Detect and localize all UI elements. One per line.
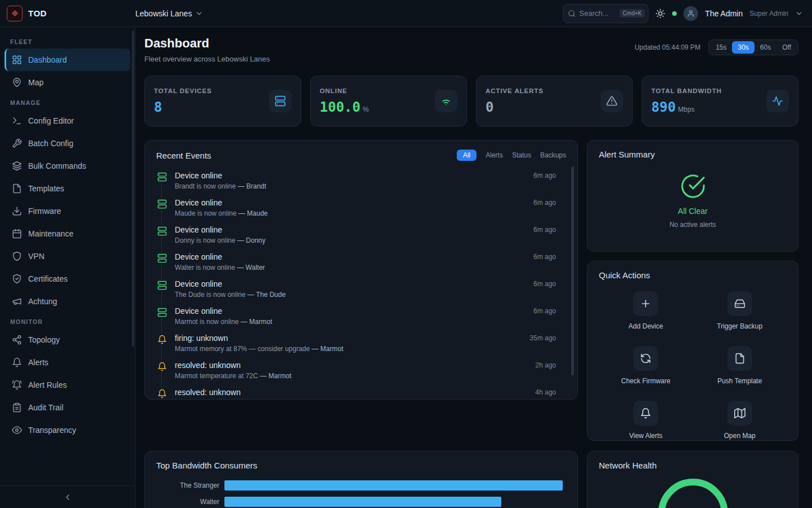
server-icon	[156, 279, 167, 291]
sidebar-item-transparency[interactable]: Transparency	[5, 419, 130, 441]
map-pin-icon	[12, 77, 22, 87]
download-icon	[12, 206, 22, 216]
recent-events-title: Recent Events	[156, 151, 211, 160]
bell-icon	[633, 401, 658, 426]
sidebar-item-templates[interactable]: Templates	[5, 177, 130, 200]
sidebar-item-firmware[interactable]: Firmware	[5, 200, 130, 222]
tab-all[interactable]: All	[457, 150, 476, 161]
alert-summary-title: Alert Summary	[599, 150, 787, 159]
topbar: TOD Lebowski Lanes Cmd+K The Admin Super…	[0, 0, 812, 27]
event-row[interactable]: resolved: unknownMarmot temperature at 7…	[156, 360, 556, 387]
quick-action-check-firmware[interactable]: Check Firmware	[599, 346, 693, 385]
app-logo-icon	[7, 6, 23, 21]
sidebar-item-bulk-commands[interactable]: Bulk Commands	[5, 155, 130, 177]
sidebar-item-vpn[interactable]: VPN	[5, 245, 130, 268]
sidebar-item-alert-rules[interactable]: Alert Rules	[5, 374, 130, 396]
server-icon	[156, 198, 167, 209]
chevron-left-icon	[63, 493, 72, 502]
search-input[interactable]	[579, 9, 616, 17]
refresh-icon	[633, 346, 658, 371]
bandwidth-bar	[224, 480, 563, 491]
event-row[interactable]: Device onlineMaude is now online — Maude…	[156, 197, 556, 224]
events-scrollbar-thumb[interactable]	[571, 167, 574, 375]
sidebar-item-audit-trail[interactable]: Audit Trail	[5, 396, 130, 419]
eye-icon	[12, 425, 22, 435]
quick-action-open-map[interactable]: Open Map	[693, 401, 787, 440]
sidebar-item-certificates[interactable]: Certificates	[5, 268, 130, 290]
dashboard-grid-icon	[12, 55, 22, 65]
sidebar-collapse-button[interactable]	[0, 485, 135, 508]
recent-events-panel: Recent Events All Alerts Status Backups …	[144, 140, 578, 400]
theme-toggle-button[interactable]	[655, 8, 665, 19]
bandwidth-bar	[224, 497, 501, 507]
quick-actions-title: Quick Actions	[599, 270, 787, 280]
tab-alerts[interactable]: Alerts	[486, 151, 503, 159]
search-icon	[568, 10, 576, 17]
sidebar-item-dashboard[interactable]: Dashboard	[5, 49, 130, 71]
events-filter-tabs: All Alerts Status Backups	[457, 150, 566, 161]
clipboard-icon	[12, 402, 22, 413]
user-name: The Admin	[705, 9, 743, 18]
quick-action-view-alerts[interactable]: View Alerts	[599, 401, 693, 440]
sidebar-item-topology[interactable]: Topology	[5, 329, 130, 351]
event-row[interactable]: firing: unknownMarmot memory at 87% — co…	[156, 332, 556, 360]
refresh-option-15s[interactable]: 15s	[710, 41, 732, 54]
sidebar-item-map[interactable]: Map	[5, 71, 130, 94]
sidebar-item-maintenance[interactable]: Maintenance	[5, 222, 130, 245]
user-avatar[interactable]	[683, 6, 698, 21]
activity-icon	[766, 90, 789, 112]
tab-status[interactable]: Status	[512, 151, 531, 159]
stat-card-total-devices: TOTAL DEVICES 8	[144, 76, 301, 126]
map-icon	[727, 401, 752, 426]
file-icon	[727, 346, 752, 371]
sidebar-item-config-editor[interactable]: Config Editor	[5, 110, 130, 132]
event-row[interactable]: resolved: unknown 4h ago	[156, 387, 556, 400]
refresh-option-30s[interactable]: 30s	[732, 41, 754, 54]
sidebar-item-achtung[interactable]: Achtung	[5, 290, 130, 313]
search-box[interactable]: Cmd+K	[563, 4, 648, 23]
quick-action-trigger-backup[interactable]: Trigger Backup	[693, 291, 787, 330]
alert-status-note: No active alerts	[669, 221, 716, 229]
bell-icon	[156, 388, 167, 399]
bandwidth-panel: Top Bandwidth Consumers The Stranger Wal…	[144, 451, 578, 508]
server-icon	[156, 252, 167, 264]
chevron-down-icon[interactable]	[795, 10, 803, 17]
event-row[interactable]: Device onlineBrandt is now online — Bran…	[156, 170, 556, 197]
connection-status-dot	[672, 11, 677, 16]
main-content: Dashboard Fleet overview across Lebowski…	[135, 27, 812, 508]
refresh-option-60s[interactable]: 60s	[754, 41, 776, 54]
server-icon	[156, 225, 167, 237]
page-subtitle: Fleet overview across Lebowski Lanes	[144, 55, 270, 63]
sun-icon	[655, 8, 665, 19]
event-row[interactable]: Device onlineMarmot is now online — Marm…	[156, 305, 556, 332]
org-selector[interactable]: Lebowski Lanes	[135, 9, 203, 18]
tab-backups[interactable]: Backups	[540, 151, 566, 159]
stat-card-active-alerts: ACTIVE ALERTS 0	[476, 76, 633, 126]
hard-drive-icon	[727, 291, 752, 316]
event-row[interactable]: Device onlineWalter is now online — Walt…	[156, 251, 556, 278]
user-icon	[687, 10, 695, 17]
quick-actions-panel: Quick Actions Add Device Trigger Backup	[587, 261, 798, 441]
calendar-icon	[12, 229, 22, 239]
terminal-icon	[12, 116, 22, 126]
event-row[interactable]: Device onlineThe Dude is now online — Th…	[156, 278, 556, 305]
stat-card-total-bandwidth: TOTAL BANDWIDTH 890Mbps	[642, 76, 798, 126]
sidebar-section-manage: MANAGE	[5, 94, 130, 110]
bell-icon	[156, 334, 167, 345]
quick-action-push-template[interactable]: Push Template	[693, 346, 787, 385]
network-health-title: Network Health	[599, 461, 787, 470]
bell-ring-icon	[12, 380, 22, 390]
sidebar-scrollbar-thumb[interactable]	[132, 30, 134, 347]
bandwidth-chart: The Stranger Walter	[156, 480, 566, 507]
network-health-panel: Network Health	[587, 451, 798, 508]
bell-icon	[12, 357, 22, 367]
network-icon	[12, 335, 22, 345]
bell-icon	[156, 361, 167, 372]
updated-timestamp: Updated 05:44:09 PM	[634, 43, 700, 51]
quick-action-add-device[interactable]: Add Device	[599, 291, 693, 330]
sidebar-item-batch-config[interactable]: Batch Config	[5, 132, 130, 155]
refresh-option-off[interactable]: Off	[776, 41, 797, 54]
bandwidth-row: The Stranger	[156, 480, 566, 491]
sidebar-item-alerts[interactable]: Alerts	[5, 351, 130, 374]
event-row[interactable]: Device onlineDonny is now online — Donny…	[156, 224, 556, 251]
